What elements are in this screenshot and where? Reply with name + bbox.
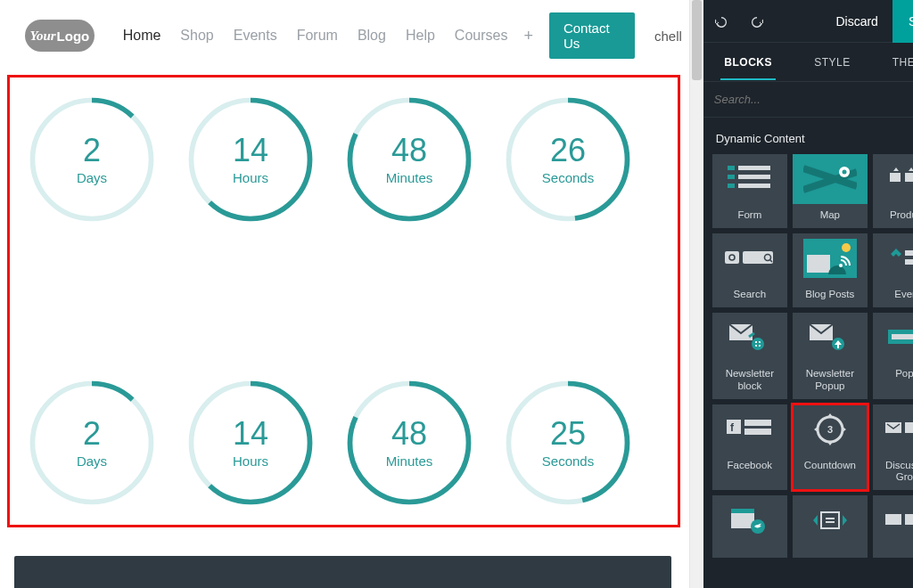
- countdown-value: 48: [391, 418, 427, 450]
- map-icon: [793, 154, 868, 204]
- countdown-value: 26: [550, 135, 586, 167]
- svg-rect-62: [885, 514, 901, 525]
- preview-scrollbar[interactable]: [689, 0, 703, 588]
- block-popup[interactable]: Popup: [873, 313, 913, 398]
- block-twitter[interactable]: [712, 495, 787, 558]
- block-countdown[interactable]: 3Countdown: [793, 404, 868, 490]
- countdown-label: Minutes: [386, 453, 433, 469]
- block-label: [827, 545, 833, 558]
- countdown-value: 2: [83, 135, 101, 167]
- svg-rect-59: [821, 512, 839, 528]
- block-label: Map: [818, 204, 843, 228]
- editor-tab-style[interactable]: STYLE: [810, 45, 854, 79]
- block-newsletter-popup[interactable]: Newsletter Popup: [793, 313, 868, 398]
- footer-section-preview[interactable]: [14, 556, 671, 588]
- countdown-days: 2Days: [24, 92, 160, 227]
- donation-icon: [873, 495, 913, 545]
- editor-body: Dynamic Content FormMapProductsSearchBlo…: [703, 118, 913, 588]
- svg-rect-16: [728, 166, 735, 170]
- block-label: Facebook: [725, 454, 776, 478]
- editor-canvas[interactable]: 2Days14Hours48Minutes26Seconds 2Days14Ho…: [0, 75, 689, 588]
- save-button[interactable]: Save: [892, 0, 913, 43]
- blog-posts-icon: [793, 233, 868, 283]
- block-products[interactable]: Products: [873, 154, 913, 228]
- block-grid: FormMapProductsSearchBlog PostsEventsNew…: [712, 154, 913, 558]
- block-label: Form: [735, 204, 764, 228]
- svg-rect-38: [905, 259, 913, 265]
- countdown-seconds: 26Seconds: [500, 92, 636, 227]
- events-icon: [873, 233, 913, 283]
- site-logo[interactable]: YourLogo: [25, 20, 95, 52]
- svg-rect-19: [738, 175, 770, 179]
- block-label: [747, 545, 753, 558]
- block-newsletter-block[interactable]: Newsletter block: [712, 313, 787, 398]
- svg-rect-47: [892, 334, 913, 339]
- block-label: Countdown: [802, 454, 859, 478]
- countdown-label: Days: [77, 453, 107, 469]
- countdown-hours: 14Hours: [183, 375, 318, 510]
- svg-rect-60: [826, 518, 835, 519]
- countdown-label: Hours: [233, 170, 268, 185]
- block-label: Products: [887, 204, 913, 228]
- block-search-row: [703, 82, 913, 118]
- block-search[interactable]: Search: [712, 233, 787, 307]
- svg-rect-21: [738, 184, 770, 188]
- block-search-input[interactable]: [712, 87, 913, 111]
- block-form[interactable]: Form: [712, 154, 787, 228]
- block-donation[interactable]: [873, 495, 913, 558]
- svg-point-36: [839, 264, 843, 267]
- svg-rect-17: [738, 166, 770, 170]
- countdown-icon: 3: [793, 404, 868, 454]
- editor-tabs: BLOCKSSTYLETHEME: [703, 43, 913, 82]
- countdown-row: 2Days14Hours48Minutes26Seconds: [24, 92, 667, 227]
- svg-rect-50: [744, 420, 771, 426]
- nav-item-events[interactable]: Events: [234, 28, 277, 44]
- svg-rect-20: [728, 184, 735, 188]
- block-blog-posts[interactable]: Blog Posts: [793, 233, 868, 307]
- nav-item-shop[interactable]: Shop: [180, 28, 213, 44]
- popup-icon: [873, 313, 913, 363]
- editor-tab-theme[interactable]: THEME: [889, 45, 913, 79]
- section-title: Dynamic Content: [716, 132, 913, 145]
- redo-button[interactable]: [739, 0, 775, 43]
- block-discussion-group[interactable]: Discussion Group: [873, 404, 913, 490]
- nav-item-courses[interactable]: Courses: [455, 28, 508, 44]
- countdown-seconds: 25Seconds: [500, 375, 636, 510]
- countdown-row: 2Days14Hours48Minutes25Seconds: [24, 375, 667, 510]
- block-label: Search: [731, 283, 769, 307]
- svg-rect-51: [744, 429, 771, 435]
- block-label: Newsletter Popup: [793, 363, 868, 398]
- newsletter-block-icon: [712, 313, 787, 363]
- block-label: [908, 545, 913, 558]
- svg-point-35: [842, 243, 851, 252]
- editor-tab-blocks[interactable]: BLOCKS: [720, 45, 776, 79]
- newsletter-popup-icon: [793, 313, 868, 363]
- countdown-hours: 14Hours: [183, 92, 318, 227]
- nav-item-home[interactable]: Home: [123, 28, 161, 44]
- block-events[interactable]: Events: [873, 233, 913, 307]
- nav-item-blog[interactable]: Blog: [358, 28, 386, 44]
- website-preview: YourLogo HomeShopEventsForumBlogHelpCour…: [0, 0, 703, 588]
- block-facebook[interactable]: fFacebook: [712, 404, 787, 490]
- svg-rect-34: [807, 255, 830, 273]
- nav-item-forum[interactable]: Forum: [297, 28, 338, 44]
- editor-panel: Discard Save BLOCKSSTYLETHEME Dynamic Co…: [703, 0, 913, 588]
- block-label: Events: [892, 283, 913, 307]
- undo-button[interactable]: [703, 0, 739, 43]
- svg-point-24: [842, 170, 846, 175]
- twitter-icon: [712, 495, 787, 545]
- nav-item-help[interactable]: Help: [406, 28, 435, 44]
- block-carousel[interactable]: [793, 495, 868, 558]
- countdown-label: Seconds: [542, 453, 594, 469]
- preview-scrollbar-thumb[interactable]: [692, 0, 702, 80]
- selected-block-outline[interactable]: 2Days14Hours48Minutes26Seconds 2Days14Ho…: [7, 75, 680, 527]
- svg-rect-61: [826, 521, 835, 523]
- editor-toolbar: Discard Save: [703, 0, 913, 43]
- carousel-icon: [793, 495, 868, 545]
- svg-rect-37: [905, 250, 913, 256]
- block-map[interactable]: Map: [793, 154, 868, 228]
- svg-rect-57: [731, 509, 754, 513]
- discard-button[interactable]: Discard: [821, 0, 892, 43]
- contact-us-button[interactable]: Contact Us: [549, 12, 635, 59]
- add-menu-icon[interactable]: +: [523, 27, 533, 45]
